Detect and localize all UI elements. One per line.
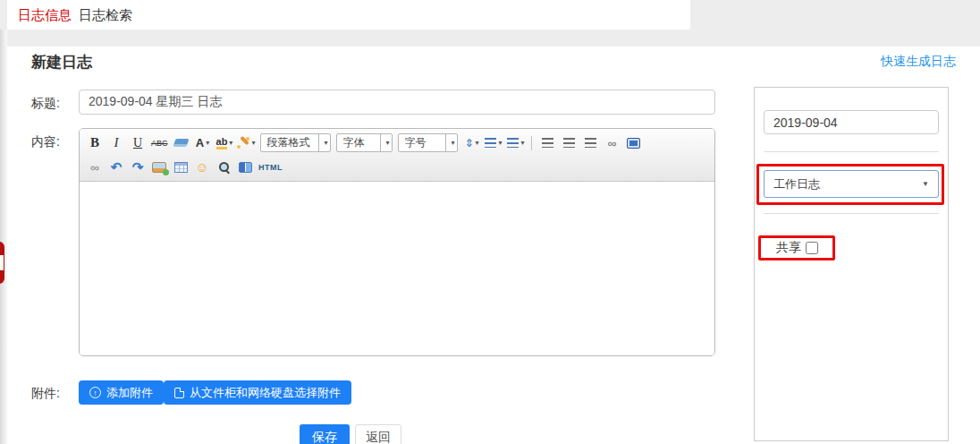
cloud-upload-icon: ↑ bbox=[89, 387, 101, 398]
editor-content-area[interactable] bbox=[80, 182, 714, 356]
font-color-icon: A bbox=[196, 136, 204, 149]
side-floating-widget[interactable] bbox=[0, 242, 4, 284]
journal-options-panel: 工作日志 ▼ 共享 bbox=[754, 87, 949, 441]
align-right-button[interactable] bbox=[580, 133, 600, 153]
journal-page: 日志信息 日志检索 新建日志 快速生成日志 标题: 内容: B I U ABC … bbox=[0, 0, 980, 444]
chevron-down-icon: ▾ bbox=[385, 139, 389, 147]
title-label: 标题: bbox=[31, 96, 60, 112]
underline-button[interactable]: U bbox=[128, 133, 148, 153]
highlight-button[interactable]: ab ▾ bbox=[215, 133, 235, 153]
font-family-dropdown[interactable]: 字体 ▾ bbox=[336, 133, 393, 152]
table-icon bbox=[174, 162, 188, 173]
chevron-down-icon: ▾ bbox=[251, 139, 255, 147]
chevron-down-icon: ▾ bbox=[324, 139, 327, 147]
magnifier-icon bbox=[218, 161, 230, 173]
font-family-label: 字体 bbox=[337, 135, 380, 150]
file-icon bbox=[174, 388, 184, 398]
font-size-dropdown[interactable]: 字号 ▾ bbox=[398, 133, 458, 152]
image-icon bbox=[152, 162, 166, 173]
tab-journal-search[interactable]: 日志检索 bbox=[79, 7, 132, 24]
chevron-down-icon: ▾ bbox=[229, 139, 232, 147]
tab-bar: 日志信息 日志检索 bbox=[7, 0, 690, 30]
dropdown-arrow: ▾ bbox=[318, 134, 330, 151]
side-floating-widget-inner bbox=[0, 255, 4, 270]
toolbar-separator bbox=[531, 136, 532, 150]
font-color-button[interactable]: A ▾ bbox=[193, 133, 213, 153]
magic-wand-icon bbox=[238, 137, 249, 149]
line-height-button[interactable]: ⇕ ▾ bbox=[461, 133, 481, 153]
paragraph-format-label: 段落格式 bbox=[261, 135, 318, 150]
bold-button[interactable]: B bbox=[85, 133, 105, 153]
attachment-label: 附件: bbox=[31, 386, 60, 402]
quick-generate-link[interactable]: 快速生成日志 bbox=[881, 54, 956, 70]
insert-table-button[interactable] bbox=[171, 158, 190, 177]
select-from-cabinet-label: 从文件柜和网络硬盘选择附件 bbox=[190, 385, 341, 401]
line-height-icon: ⇕ bbox=[464, 137, 473, 149]
journal-type-select[interactable]: 工作日志 ▼ bbox=[764, 170, 939, 198]
ordered-list-icon bbox=[485, 138, 496, 148]
magic-wand-button[interactable]: ▾ bbox=[236, 133, 257, 153]
split-panel-icon bbox=[239, 162, 252, 173]
panel-divider bbox=[764, 151, 939, 152]
ordered-list-button[interactable]: ▾ bbox=[483, 133, 503, 153]
toolbar-row-2: ∞ ↶ ↷ ☺ HTML bbox=[85, 155, 709, 179]
bullet-list-button[interactable]: ▾ bbox=[505, 133, 526, 153]
select-arrow-icon: ▼ bbox=[922, 180, 938, 188]
panel-divider bbox=[764, 213, 939, 214]
html-source-button[interactable]: HTML bbox=[257, 158, 284, 177]
share-row: 共享 bbox=[776, 240, 818, 256]
font-size-label: 字号 bbox=[399, 135, 445, 150]
share-label: 共享 bbox=[776, 240, 801, 256]
monitor-icon bbox=[627, 138, 640, 149]
align-left-button[interactable] bbox=[537, 133, 557, 153]
add-attachment-button[interactable]: ↑ 添加附件 bbox=[79, 380, 164, 405]
chevron-down-icon: ▾ bbox=[498, 139, 502, 147]
main-content: 新建日志 快速生成日志 标题: 内容: B I U ABC A ▾ bbox=[7, 47, 980, 444]
page-title: 新建日志 bbox=[31, 52, 92, 73]
dropdown-arrow: ▾ bbox=[380, 134, 392, 151]
select-from-cabinet-button[interactable]: 从文件柜和网络硬盘选择附件 bbox=[164, 380, 351, 405]
toolbar-row-1: B I U ABC A ▾ ab ▾ ▾ bbox=[85, 131, 709, 155]
journal-type-value: 工作日志 bbox=[765, 176, 922, 192]
rich-text-editor: B I U ABC A ▾ ab ▾ ▾ bbox=[79, 128, 715, 356]
chevron-down-icon: ▾ bbox=[475, 139, 478, 147]
split-view-button[interactable] bbox=[235, 158, 255, 177]
strikethrough-button[interactable]: ABC bbox=[149, 133, 170, 153]
date-input[interactable] bbox=[764, 110, 939, 134]
chevron-down-icon: ▾ bbox=[451, 139, 454, 147]
align-left-icon bbox=[542, 138, 553, 148]
tab-journal-info[interactable]: 日志信息 bbox=[18, 7, 72, 24]
share-checkbox[interactable] bbox=[806, 242, 818, 254]
insert-link-button[interactable]: ∞ bbox=[602, 133, 621, 153]
title-input[interactable] bbox=[79, 90, 715, 115]
content-label: 内容: bbox=[31, 134, 60, 150]
align-right-icon bbox=[585, 138, 596, 148]
preview-button[interactable] bbox=[214, 158, 233, 177]
eraser-button[interactable] bbox=[172, 133, 191, 153]
add-attachment-label: 添加附件 bbox=[106, 385, 153, 401]
dropdown-arrow: ▾ bbox=[445, 134, 457, 151]
bullet-list-icon bbox=[507, 138, 519, 148]
eraser-icon bbox=[173, 139, 190, 147]
editor-toolbar: B I U ABC A ▾ ab ▾ ▾ bbox=[80, 129, 714, 182]
emoticon-button[interactable]: ☺ bbox=[192, 158, 212, 177]
insert-image-button[interactable] bbox=[149, 158, 169, 177]
back-button[interactable]: 返回 bbox=[355, 424, 401, 444]
undo-button[interactable]: ↶ bbox=[106, 158, 126, 177]
redo-button[interactable]: ↷ bbox=[128, 158, 148, 177]
save-button[interactable]: 保存 bbox=[300, 424, 350, 444]
unlink-button[interactable]: ∞ bbox=[85, 158, 105, 177]
left-edge-strip bbox=[0, 30, 7, 444]
paragraph-format-dropdown[interactable]: 段落格式 ▾ bbox=[260, 133, 331, 152]
align-center-button[interactable] bbox=[559, 133, 579, 153]
chevron-down-icon: ▾ bbox=[206, 139, 209, 147]
fullscreen-button[interactable] bbox=[623, 133, 643, 153]
align-center-icon bbox=[563, 138, 575, 148]
highlight-icon: ab bbox=[216, 136, 228, 149]
italic-button[interactable]: I bbox=[106, 133, 126, 153]
chevron-down-icon: ▾ bbox=[520, 139, 524, 147]
